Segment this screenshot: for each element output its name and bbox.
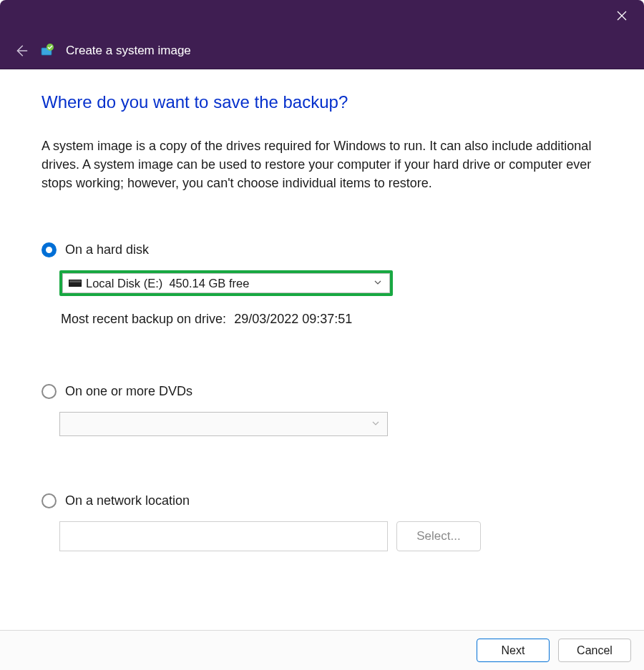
- option-dvd: On one or more DVDs: [42, 384, 602, 436]
- cancel-button[interactable]: Cancel: [558, 639, 631, 662]
- drive-icon: [69, 280, 82, 287]
- radio-network[interactable]: [42, 493, 57, 508]
- network-path-input[interactable]: [59, 521, 388, 551]
- drive-combo-value: Local Disk (E:) 450.14 GB free: [86, 277, 249, 290]
- radio-dvd[interactable]: [42, 384, 57, 399]
- radio-label-hard-disk: On a hard disk: [65, 242, 149, 257]
- footer-bar: Next Cancel: [0, 630, 644, 670]
- select-network-button[interactable]: Select...: [396, 521, 481, 551]
- radio-row-dvd[interactable]: On one or more DVDs: [42, 384, 602, 399]
- header-bar: Create a system image: [0, 32, 644, 69]
- drive-combobox[interactable]: Local Disk (E:) 450.14 GB free: [62, 273, 390, 293]
- chevron-down-icon: [371, 418, 380, 430]
- drive-combo-highlight: Local Disk (E:) 450.14 GB free: [59, 270, 393, 296]
- content-area: Where do you want to save the backup? A …: [0, 69, 644, 630]
- radio-label-dvd: On one or more DVDs: [65, 384, 192, 399]
- recent-backup-value: 29/03/2022 09:37:51: [234, 312, 352, 326]
- radio-label-network: On a network location: [65, 493, 190, 508]
- option-network: On a network location Select...: [42, 493, 602, 551]
- dvd-combobox[interactable]: [59, 412, 388, 436]
- close-icon[interactable]: [613, 6, 631, 27]
- chevron-down-icon: [374, 277, 382, 290]
- svg-point-4: [47, 44, 54, 51]
- page-heading: Where do you want to save the backup?: [42, 92, 602, 112]
- titlebar: [0, 0, 644, 32]
- system-image-icon: [40, 44, 54, 58]
- back-arrow-icon[interactable]: [13, 43, 29, 59]
- window-title: Create a system image: [66, 44, 191, 58]
- recent-backup-row: Most recent backup on drive: 29/03/2022 …: [61, 312, 602, 327]
- option-hard-disk: On a hard disk Local Disk (E:) 450.14 GB…: [42, 242, 602, 327]
- radio-row-network[interactable]: On a network location: [42, 493, 602, 508]
- radio-hard-disk[interactable]: [42, 242, 57, 257]
- next-button[interactable]: Next: [477, 639, 550, 662]
- page-description: A system image is a copy of the drives r…: [42, 137, 600, 192]
- radio-row-hard-disk[interactable]: On a hard disk: [42, 242, 602, 257]
- recent-backup-label: Most recent backup on drive:: [61, 312, 226, 326]
